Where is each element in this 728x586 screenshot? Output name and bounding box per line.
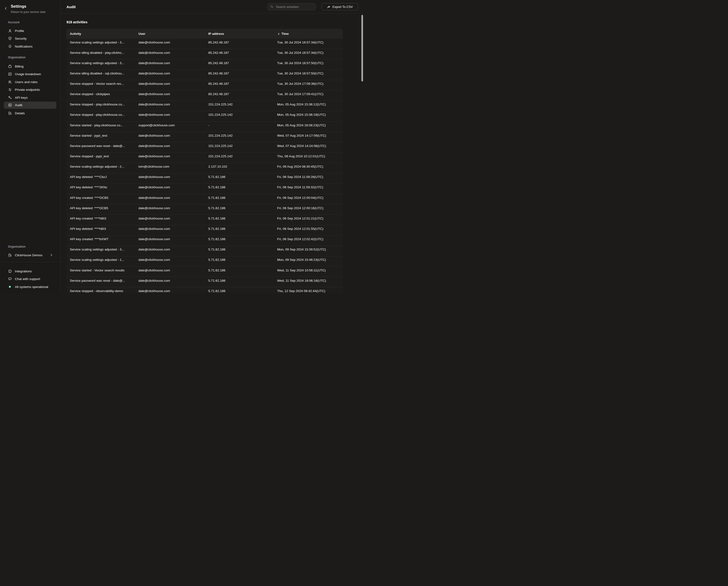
activity-cell: Service stopped - observability-demo (67, 287, 135, 293)
status-label: All systems operational (15, 285, 48, 289)
sidebar-item-chat-support[interactable]: Chat with support (0, 275, 60, 283)
time-cell: Fri, 06 Sep 2024 12:01:21(UTC) (274, 215, 343, 220)
system-status[interactable]: All systems operational (0, 283, 60, 291)
time-cell: Mon, 05 Aug 2024 15:36:19(UTC) (274, 111, 343, 117)
activities-count: 918 activities (67, 20, 87, 24)
building-icon (8, 253, 12, 257)
time-cell: Fri, 06 Sep 2024 11:59:32(UTC) (274, 184, 343, 189)
activity-cell: API key created: ****OCB5 (67, 194, 135, 200)
activity-cell: Service password was reset - dale@... (67, 277, 135, 283)
user-cell: dale@clickhouse.com (135, 246, 205, 251)
time-cell: Mon, 05 Aug 2024 15:36:12(UTC) (274, 101, 343, 106)
time-cell: Fri, 06 Sep 2024 12:01:55(UTC) (274, 225, 343, 231)
time-cell: Thu, 12 Sep 2024 08:42:44(UTC) (274, 287, 343, 293)
sidebar-item-notifications[interactable]: Notifications (0, 43, 60, 50)
sidebar-item-api-keys[interactable]: API keys (0, 94, 60, 102)
user-cell: dale@clickhouse.com (135, 225, 205, 231)
activity-cell: API key deleted: ****OCB5 (67, 204, 135, 210)
column-header-ip[interactable]: IP address (205, 32, 274, 35)
back-button[interactable] (4, 6, 8, 11)
ip-cell: 5.71.62.186 (205, 173, 274, 179)
column-header-user[interactable]: User (135, 32, 205, 35)
user-cell: dale@clickhouse.com (135, 194, 205, 200)
user-cell: dale@clickhouse.com (135, 287, 205, 293)
ip-cell: 151.224.225.142 (205, 101, 274, 106)
page-title: Audit (67, 5, 76, 9)
user-cell: dale@clickhouse.com (135, 101, 205, 106)
sidebar-divider (0, 262, 60, 262)
share-arrow-icon (327, 5, 331, 9)
activity-cell: API key created: ****hBI3 (67, 215, 135, 220)
activity-cell: Service stopped - clickpipes (67, 91, 135, 96)
table-row: Service started - play.clickhouse.co...s… (67, 122, 343, 132)
sidebar-item-integrations[interactable]: Integrations (0, 267, 60, 275)
time-cell: Wed, 11 Sep 2024 10:56:11(UTC) (274, 267, 343, 272)
time-cell: Mon, 09 Sep 2024 15:46:23(UTC) (274, 256, 343, 262)
ip-cell: 5.71.62.186 (205, 277, 274, 283)
user-cell: dale@clickhouse.com (135, 236, 205, 241)
ip-cell: 5.71.62.186 (205, 194, 274, 200)
export-csv-button[interactable]: Export To CSV (321, 3, 358, 10)
sidebar-item-label: Billing (15, 65, 24, 68)
sidebar-item-label: Integrations (15, 269, 32, 273)
table-row: Service password was reset - dale@...dal… (67, 277, 343, 287)
sidebar-item-profile[interactable]: Profile (0, 27, 60, 35)
table-row: Service idling disabled - play.clickho..… (67, 49, 343, 59)
ip-cell: 5.71.62.186 (205, 225, 274, 231)
sidebar-item-details[interactable]: Details (0, 109, 60, 117)
sidebar-item-audit[interactable]: Audit (4, 102, 56, 109)
sidebar-item-billing[interactable]: Billing (0, 63, 60, 70)
user-cell: dale@clickhouse.com (135, 39, 205, 44)
activity-cell: Service password was reset - dale@... (67, 142, 135, 148)
arrow-down-icon (277, 32, 280, 35)
table-row: Service idling disabled - sql.clickhou..… (67, 70, 343, 80)
ip-cell: 151.224.225.142 (205, 111, 274, 117)
section-label-account: Account (0, 20, 60, 24)
sidebar-item-label: Users and roles (15, 80, 38, 84)
ip-cell: 151.224.225.142 (205, 132, 274, 137)
time-cell: Fri, 09 Aug 2024 08:30:45(UTC) (274, 163, 343, 169)
time-cell: Mon, 05 Aug 2024 16:08:23(UTC) (274, 122, 343, 127)
search-input[interactable] (276, 5, 313, 9)
ip-cell: 85.242.48.167 (205, 49, 274, 54)
search-icon (270, 5, 274, 8)
table-row: Service scaling settings adjusted - 1...… (67, 256, 343, 267)
table-row: Service stopped - play.clickhouse.co...d… (67, 111, 343, 122)
sidebar-item-label: Private endpoints (15, 88, 40, 92)
activity-cell: API key deleted: ****2KNc (67, 184, 135, 189)
sidebar-item-users-roles[interactable]: Users and roles (0, 78, 60, 86)
ip-cell: 5.71.62.186 (205, 204, 274, 210)
column-header-activity[interactable]: Activity (67, 32, 135, 35)
table-row: Service stopped - clickpipesdale@clickho… (67, 91, 343, 101)
ip-cell: 5.71.62.186 (205, 184, 274, 189)
org-selector[interactable]: ClickHouse Demos (0, 251, 60, 259)
sidebar-item-private-endpoints[interactable]: Private endpoints (0, 86, 60, 94)
sidebar-item-label: Notifications (15, 45, 33, 48)
user-cell: dale@clickhouse.com (135, 267, 205, 272)
time-cell: Tue, 30 Jul 2024 16:57:50(UTC) (274, 70, 343, 75)
user-cell: dale@clickhouse.com (135, 70, 205, 75)
sidebar-item-label: API keys (15, 96, 28, 99)
ip-cell: 151.224.225.142 (205, 142, 274, 148)
column-header-time[interactable]: Time (274, 32, 343, 35)
table-row: API key created: ****hBI3dale@clickhouse… (67, 215, 343, 225)
user-cell: dale@clickhouse.com (135, 256, 205, 262)
table-row: API key deleted: ****OCB5dale@clickhouse… (67, 204, 343, 215)
sidebar-item-usage-breakdown[interactable]: Usage breakdown (0, 70, 60, 78)
ip-cell: 5.71.62.186 (205, 267, 274, 272)
table-row: Service scaling settings adjusted - 2...… (67, 163, 343, 173)
table-row: API key created: ****bXWTdale@clickhouse… (67, 236, 343, 246)
vertical-scrollbar[interactable] (361, 15, 363, 81)
table-row: API key deleted: ****2KNcdale@clickhouse… (67, 184, 343, 194)
sidebar-item-security[interactable]: Security (0, 35, 60, 43)
activity-cell: Service idling disabled - play.clickho..… (67, 49, 135, 54)
search-box[interactable] (267, 3, 316, 10)
sidebar-subtitle: Return to your service view (11, 10, 46, 14)
table-row: API key deleted: ****CbzJdale@clickhouse… (67, 173, 343, 184)
table-header-row: Activity User IP address Time (67, 29, 343, 39)
time-cell: Fri, 06 Sep 2024 11:59:28(UTC) (274, 173, 343, 179)
activity-cell: API key deleted: ****hBI3 (67, 225, 135, 231)
user-cell: support@clickhouse.com (135, 122, 205, 127)
time-cell: Tue, 30 Jul 2024 17:09:36(UTC) (274, 80, 343, 86)
activity-cell: Service started - pypi_test (67, 132, 135, 137)
